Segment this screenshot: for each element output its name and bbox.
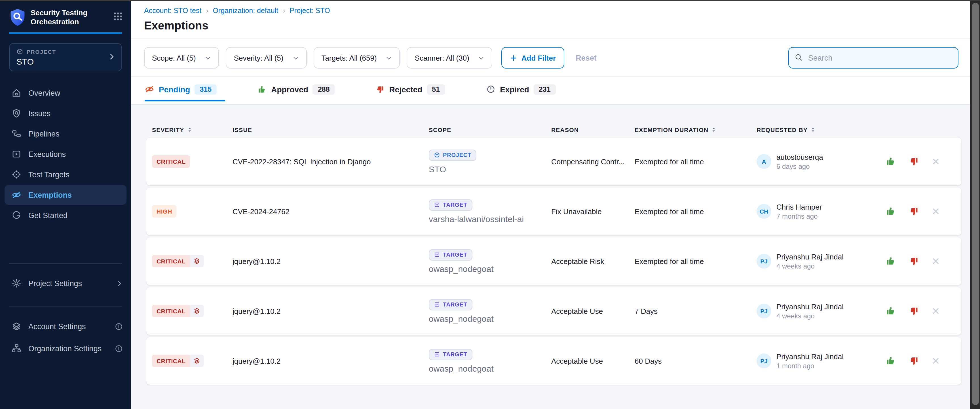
sort-icon	[711, 126, 716, 133]
tab-expired[interactable]: Expired 231	[486, 84, 555, 94]
multi-occurrence-layers-icon	[190, 255, 204, 267]
reject-button[interactable]	[908, 256, 919, 266]
scope-filter-dropdown[interactable]: Scope: All (5)	[144, 47, 219, 68]
plus-icon	[510, 54, 517, 62]
breadcrumb-organization[interactable]: Organization: default	[213, 7, 278, 15]
severity-badge: CRITICAL	[152, 355, 190, 367]
table-row[interactable]: CRITICAL jquery@1.10.2 TARGET owasp_node…	[146, 337, 961, 385]
sidebar-item-overview[interactable]: Overview	[0, 83, 131, 103]
container-icon	[434, 301, 440, 308]
targets-filter-dropdown[interactable]: Targets: All (659)	[313, 47, 400, 68]
layers-gear-icon	[11, 321, 22, 331]
page-header: Account: STO test › Organization: defaul…	[131, 0, 970, 32]
cancel-button[interactable]	[931, 207, 940, 216]
approve-button[interactable]	[886, 156, 896, 166]
breadcrumb-project[interactable]: Project: STO	[290, 7, 330, 15]
reason: Acceptable Use	[551, 357, 635, 365]
sidebar-item-executions[interactable]: Executions	[0, 144, 131, 164]
avatar: PJ	[757, 254, 771, 268]
column-header-requested-by[interactable]: REQUESTED BY	[757, 126, 886, 133]
approve-button[interactable]	[886, 356, 896, 366]
exemption-duration: Exempted for all time	[635, 257, 757, 265]
approve-button[interactable]	[886, 256, 896, 266]
reset-filters-button[interactable]: Reset	[576, 54, 597, 62]
sidebar-item-test-targets[interactable]: Test Targets	[0, 164, 131, 185]
column-header-scope: SCOPE	[429, 126, 551, 133]
tab-pending[interactable]: Pending 315	[145, 84, 216, 94]
avatar: CH	[757, 204, 771, 219]
reject-button[interactable]	[908, 356, 919, 366]
thumbs-up-icon	[258, 85, 267, 94]
sidebar-item-project-settings[interactable]: Project Settings	[0, 273, 131, 293]
chevron-down-icon	[205, 55, 211, 61]
window-top-edge	[0, 0, 980, 1]
multi-occurrence-layers-icon	[190, 355, 204, 367]
app-window: Security Testing Orchestration PROJECT S…	[0, 0, 980, 409]
cancel-button[interactable]	[931, 356, 940, 365]
approve-button[interactable]	[886, 206, 896, 216]
container-icon	[434, 202, 440, 208]
shield-search-icon	[11, 108, 22, 118]
sidebar-item-issues[interactable]: Issues	[0, 103, 131, 124]
column-header-reason: REASON	[551, 126, 635, 133]
scanner-filter-dropdown[interactable]: Scanner: All (30)	[407, 47, 493, 68]
issue-title: CVE-2024-24762	[232, 207, 429, 216]
requested-time: 4 weeks ago	[776, 312, 843, 320]
info-icon[interactable]	[115, 322, 123, 331]
tab-rejected[interactable]: Rejected 51	[376, 84, 445, 94]
active-tab-indicator	[145, 100, 225, 101]
requester-name: autostouserqa	[776, 153, 823, 161]
chevron-down-icon	[293, 55, 299, 61]
brand-header: Security Testing Orchestration	[0, 0, 131, 27]
project-selector[interactable]: PROJECT STO	[9, 43, 122, 71]
sidebar-item-pipelines[interactable]: Pipelines	[0, 124, 131, 144]
cancel-button[interactable]	[931, 157, 940, 166]
reject-button[interactable]	[908, 206, 919, 216]
column-header-issue: ISSUE	[232, 126, 429, 133]
tab-count-badge: 315	[194, 84, 216, 94]
sidebar-item-exemptions[interactable]: Exemptions	[5, 185, 126, 205]
add-filter-button[interactable]: Add Filter	[502, 47, 564, 68]
sidebar-item-organization-settings[interactable]: Organization Settings	[0, 338, 131, 358]
multi-occurrence-layers-icon	[190, 305, 204, 317]
search-input[interactable]	[788, 47, 958, 68]
scope-type-chip: TARGET	[429, 299, 473, 310]
severity-badge: CRITICAL	[152, 305, 190, 317]
sidebar-item-get-started[interactable]: Get Started	[0, 205, 131, 225]
requester-name: Priyanshu Raj Jindal	[776, 352, 843, 361]
column-header-severity[interactable]: SEVERITY	[152, 126, 232, 133]
module-grid-icon[interactable]	[113, 11, 123, 22]
tab-approved[interactable]: Approved 288	[258, 84, 335, 94]
breadcrumb-account[interactable]: Account: STO test	[144, 7, 201, 15]
reject-button[interactable]	[908, 306, 919, 316]
table-row[interactable]: HIGH CVE-2024-24762 TARGET varsha-lalwan…	[146, 187, 961, 235]
info-icon[interactable]	[115, 344, 123, 353]
cancel-button[interactable]	[931, 306, 940, 315]
table-row[interactable]: CRITICAL jquery@1.10.2 TARGET owasp_node…	[146, 287, 961, 335]
severity-badge: CRITICAL	[152, 155, 190, 168]
project-name: STO	[16, 57, 115, 66]
severity-badge: HIGH	[152, 205, 177, 217]
scope-name: owasp_nodegoat	[429, 264, 494, 273]
approve-button[interactable]	[886, 306, 896, 316]
table-header-row: SEVERITY ISSUE SCOPE REASON EXEMPTION DU…	[146, 122, 961, 138]
issue-title: jquery@1.10.2	[232, 307, 429, 315]
table-row[interactable]: CRITICAL CVE-2022-28347: SQL Injection i…	[146, 138, 961, 185]
requester-name: Chris Hamper	[776, 203, 822, 211]
chevron-down-icon	[478, 55, 485, 61]
column-header-exemption-duration[interactable]: EXEMPTION DURATION	[635, 126, 757, 133]
issue-title: CVE-2022-28347: SQL Injection in Django	[232, 157, 429, 166]
sidebar-item-account-settings[interactable]: Account Settings	[0, 316, 131, 336]
table-row[interactable]: CRITICAL jquery@1.10.2 TARGET owasp_node…	[146, 237, 961, 285]
search-icon	[794, 53, 803, 62]
sidebar: Security Testing Orchestration PROJECT S…	[0, 0, 131, 409]
reject-button[interactable]	[908, 156, 919, 166]
scrollbar-thumb[interactable]	[972, 3, 979, 405]
gear-icon	[11, 278, 22, 289]
chevron-separator: ›	[206, 7, 208, 15]
severity-filter-dropdown[interactable]: Severity: All (5)	[226, 47, 307, 68]
cube-icon	[434, 152, 440, 158]
avatar: PJ	[757, 354, 771, 368]
cancel-button[interactable]	[931, 257, 940, 266]
main-content: Account: STO test › Organization: defaul…	[131, 0, 970, 409]
